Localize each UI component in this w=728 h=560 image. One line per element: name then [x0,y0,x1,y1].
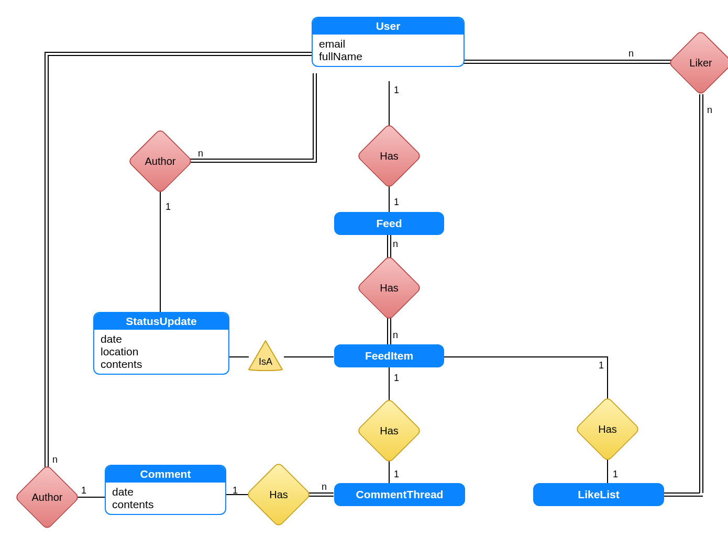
attr: date [101,333,222,345]
entity-comment: Comment date contents [105,465,226,515]
rel-author-status: Author [129,130,192,193]
cardinality: n [322,481,327,492]
cardinality: n [707,105,712,116]
rel-isa: IsA [247,339,284,372]
cardinality: n [393,330,398,341]
entity-feed: Feed [334,212,444,235]
cardinality: n [198,148,203,159]
entity-attrs: date contents [106,483,225,514]
cardinality: n [393,239,398,250]
rel-label: Liker [669,57,728,69]
entity-comment-thread: CommentThread [334,483,465,506]
attr: fullName [319,50,457,63]
entity-feed-item: FeedItem [334,344,444,367]
entity-status-update: StatusUpdate date location contents [93,312,229,375]
entity-attrs: date location contents [94,330,228,374]
entity-title: Comment [106,466,225,483]
cardinality: 1 [233,485,238,496]
cardinality: n [52,454,58,465]
rel-label: Author [129,155,192,167]
rel-label: Has [358,425,421,437]
attr: contents [101,358,222,371]
attr: email [319,38,457,50]
rel-author-comment: Author [16,466,79,529]
attr: date [112,486,219,498]
attr: contents [112,498,219,511]
entity-like-list: LikeList [533,483,664,506]
entity-title: StatusUpdate [94,313,228,330]
rel-label: Has [358,150,421,162]
attr: location [101,345,222,358]
rel-label: IsA [247,356,284,367]
cardinality: 1 [394,197,399,208]
cardinality: 1 [166,201,171,212]
rel-label: Has [358,282,421,294]
cardinality: 1 [81,485,86,496]
rel-label: Has [247,489,310,501]
entity-user: User email fullName [312,17,465,67]
rel-has-item-like: Has [576,398,639,461]
cardinality: n [628,48,634,59]
cardinality: 1 [394,85,399,96]
rel-has-feed-item: Has [358,256,421,319]
rel-label: Has [576,423,639,435]
entity-attrs: email fullName [313,35,464,66]
entity-title: User [313,18,464,35]
cardinality: 1 [613,469,618,480]
rel-has-user-feed: Has [358,125,421,187]
cardinality: 1 [599,360,604,371]
rel-has-item-thread: Has [358,399,421,462]
rel-label: Author [16,491,79,503]
cardinality: 1 [394,373,399,384]
rel-liker: Liker [669,31,728,94]
rel-has-thread-comment: Has [247,463,310,526]
cardinality: 1 [394,469,399,480]
er-diagram: User email fullName StatusUpdate date lo… [0,0,728,560]
